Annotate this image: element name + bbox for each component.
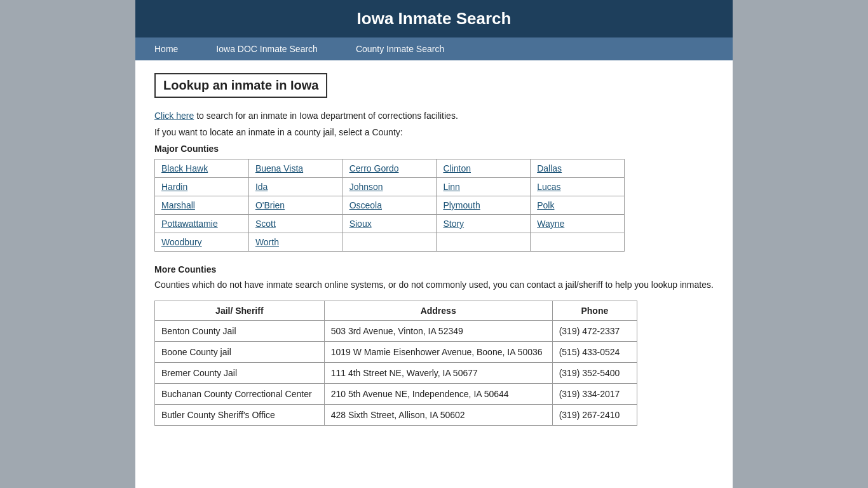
- county-cell: Plymouth: [437, 196, 531, 215]
- county-link[interactable]: Marshall: [161, 200, 195, 210]
- site-title: Iowa Inmate Search: [135, 9, 733, 29]
- nav-home[interactable]: Home: [135, 37, 197, 60]
- main-content: Lookup an inmate in Iowa Click here to s…: [135, 60, 733, 438]
- county-cell: Story: [437, 215, 531, 233]
- county-cell: Scott: [248, 215, 342, 233]
- county-link[interactable]: Sioux: [349, 219, 372, 229]
- county-link[interactable]: Plymouth: [443, 200, 480, 210]
- more-counties-label: More Counties: [154, 264, 714, 274]
- county-cell: Ida: [248, 178, 342, 196]
- county-cell: [531, 233, 625, 252]
- county-cell: Clinton: [437, 159, 531, 178]
- major-counties-label: Major Counties: [154, 144, 714, 154]
- county-cell: Wayne: [531, 215, 625, 233]
- county-link[interactable]: Wayne: [537, 219, 564, 229]
- county-link[interactable]: Polk: [537, 200, 554, 210]
- jail-jail: Benton County Jail: [155, 321, 325, 342]
- county-cell: Marshall: [155, 196, 249, 215]
- county-cell: O'Brien: [248, 196, 342, 215]
- county-cell: [437, 233, 531, 252]
- county-intro: If you want to locate an inmate in a cou…: [154, 127, 714, 137]
- jail-address: 111 4th Street NE, Waverly, IA 50677: [324, 363, 552, 384]
- table-row: Black Hawk Buena Vista Cerro Gordo Clint…: [155, 159, 625, 178]
- county-cell: Buena Vista: [248, 159, 342, 178]
- county-link[interactable]: Story: [443, 219, 464, 229]
- county-link[interactable]: Linn: [443, 182, 459, 192]
- county-link[interactable]: Clinton: [443, 163, 471, 173]
- jail-address: 428 Sixth Street, Allison, IA 50602: [324, 405, 552, 426]
- table-row: Marshall O'Brien Osceola Plymouth Polk: [155, 196, 625, 215]
- county-cell: Dallas: [531, 159, 625, 178]
- county-cell: Worth: [248, 233, 342, 252]
- col-jail: Jail/ Sheriff: [155, 301, 325, 321]
- county-link[interactable]: Cerro Gordo: [349, 163, 399, 173]
- county-cell: Sioux: [342, 215, 437, 233]
- county-cell: Lucas: [531, 178, 625, 196]
- county-link[interactable]: Osceola: [349, 200, 382, 210]
- county-link[interactable]: Woodbury: [161, 237, 202, 247]
- table-row: Butler County Sheriff's Office428 Sixth …: [155, 405, 637, 426]
- jail-phone: (319) 472-2337: [552, 321, 637, 342]
- jail-phone: (319) 334-2017: [552, 384, 637, 405]
- county-link[interactable]: Dallas: [537, 163, 562, 173]
- table-row: Pottawattamie Scott Sioux Story Wayne: [155, 215, 625, 233]
- nav-doc-search[interactable]: Iowa DOC Inmate Search: [197, 37, 337, 60]
- page-title-box: Lookup an inmate in Iowa: [154, 73, 327, 98]
- col-phone: Phone: [552, 301, 637, 321]
- page-title: Lookup an inmate in Iowa: [163, 78, 318, 93]
- table-row: Benton County Jail503 3rd Avenue, Vinton…: [155, 321, 637, 342]
- jail-address: 210 5th Avenue NE, Independence, IA 5064…: [324, 384, 552, 405]
- county-cell: Osceola: [342, 196, 437, 215]
- jail-jail: Boone County jail: [155, 342, 325, 363]
- county-cell: Linn: [437, 178, 531, 196]
- jail-jail: Bremer County Jail: [155, 363, 325, 384]
- jail-address: 503 3rd Avenue, Vinton, IA 52349: [324, 321, 552, 342]
- intro-paragraph: Click here to search for an inmate in Io…: [154, 111, 714, 121]
- county-cell: Johnson: [342, 178, 437, 196]
- county-cell: Black Hawk: [155, 159, 249, 178]
- county-link[interactable]: Johnson: [349, 182, 383, 192]
- jail-phone: (515) 433-0524: [552, 342, 637, 363]
- county-link[interactable]: Lucas: [537, 182, 560, 192]
- county-link[interactable]: Buena Vista: [255, 163, 303, 173]
- table-row: Hardin Ida Johnson Linn Lucas: [155, 178, 625, 196]
- intro-text-after-link: to search for an inmate in Iowa departme…: [194, 111, 458, 121]
- county-cell: [342, 233, 437, 252]
- table-row: Boone County jail1019 W Mamie Eisenhower…: [155, 342, 637, 363]
- county-cell: Cerro Gordo: [342, 159, 437, 178]
- doc-link[interactable]: Click here: [154, 111, 194, 121]
- nav-bar: Home Iowa DOC Inmate Search County Inmat…: [135, 37, 733, 60]
- county-link[interactable]: Pottawattamie: [161, 219, 218, 229]
- jail-phone: (319) 267-2410: [552, 405, 637, 426]
- county-link[interactable]: Hardin: [161, 182, 187, 192]
- county-link[interactable]: Ida: [255, 182, 268, 192]
- more-counties-desc: Counties which do not have inmate search…: [154, 278, 714, 292]
- jail-phone: (319) 352-5400: [552, 363, 637, 384]
- table-row: Bremer County Jail111 4th Street NE, Wav…: [155, 363, 637, 384]
- county-cell: Polk: [531, 196, 625, 215]
- nav-county-search[interactable]: County Inmate Search: [337, 37, 463, 60]
- county-cell: Hardin: [155, 178, 249, 196]
- jail-table: Jail/ Sheriff Address Phone Benton Count…: [154, 301, 637, 426]
- counties-table: Black Hawk Buena Vista Cerro Gordo Clint…: [154, 159, 625, 252]
- jail-address: 1019 W Mamie Eisenhower Avenue, Boone, I…: [324, 342, 552, 363]
- county-cell: Pottawattamie: [155, 215, 249, 233]
- site-header: Iowa Inmate Search: [135, 0, 733, 37]
- county-link[interactable]: Worth: [255, 237, 279, 247]
- jail-jail: Butler County Sheriff's Office: [155, 405, 325, 426]
- table-row: Buchanan County Correctional Center210 5…: [155, 384, 637, 405]
- county-cell: Woodbury: [155, 233, 249, 252]
- county-link[interactable]: O'Brien: [255, 200, 285, 210]
- col-address: Address: [324, 301, 552, 321]
- table-header-row: Jail/ Sheriff Address Phone: [155, 301, 637, 321]
- county-link[interactable]: Scott: [255, 219, 276, 229]
- county-link[interactable]: Black Hawk: [161, 163, 208, 173]
- jail-jail: Buchanan County Correctional Center: [155, 384, 325, 405]
- table-row: Woodbury Worth: [155, 233, 625, 252]
